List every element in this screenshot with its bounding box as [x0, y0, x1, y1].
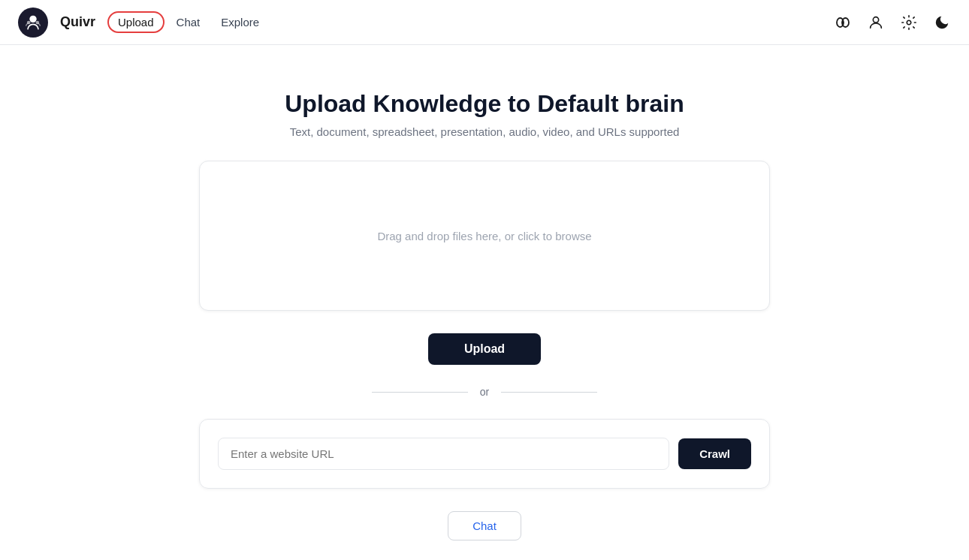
nav-explore[interactable]: Explore: [212, 11, 268, 33]
logo-icon[interactable]: [18, 8, 48, 38]
brand-name: Quivr: [60, 14, 95, 30]
svg-point-6: [873, 17, 878, 22]
chat-button[interactable]: Chat: [448, 511, 521, 540]
main-content: Upload Knowledge to Default brain Text, …: [0, 45, 969, 560]
url-input[interactable]: [218, 438, 669, 470]
page-subtitle: Text, document, spreadsheet, presentatio…: [290, 125, 680, 138]
dropzone-text: Drag and drop files here, or click to br…: [377, 230, 591, 242]
crawl-button[interactable]: Crawl: [678, 438, 751, 469]
or-line-right: [501, 392, 597, 393]
nav-chat[interactable]: Chat: [168, 11, 210, 33]
upload-button[interactable]: Upload: [428, 333, 541, 365]
crawl-row: Crawl: [218, 438, 751, 470]
nav-links: Upload Chat Explore: [107, 11, 268, 33]
user-icon[interactable]: [867, 14, 885, 32]
page-title: Upload Knowledge to Default brain: [285, 90, 684, 118]
svg-point-7: [907, 20, 911, 25]
brain-icon[interactable]: [834, 14, 852, 32]
or-divider: or: [372, 386, 597, 398]
navbar: Quivr Upload Chat Explore: [0, 0, 969, 45]
or-line-left: [372, 392, 468, 393]
navbar-right: [834, 14, 951, 32]
nav-upload[interactable]: Upload: [107, 11, 165, 33]
theme-icon[interactable]: [933, 14, 951, 32]
dropzone[interactable]: Drag and drop files here, or click to br…: [199, 161, 770, 311]
or-text: or: [480, 386, 489, 398]
navbar-left: Quivr Upload Chat Explore: [18, 8, 834, 38]
settings-icon[interactable]: [900, 14, 918, 32]
crawl-container: Crawl: [199, 419, 770, 489]
svg-point-0: [29, 15, 36, 22]
